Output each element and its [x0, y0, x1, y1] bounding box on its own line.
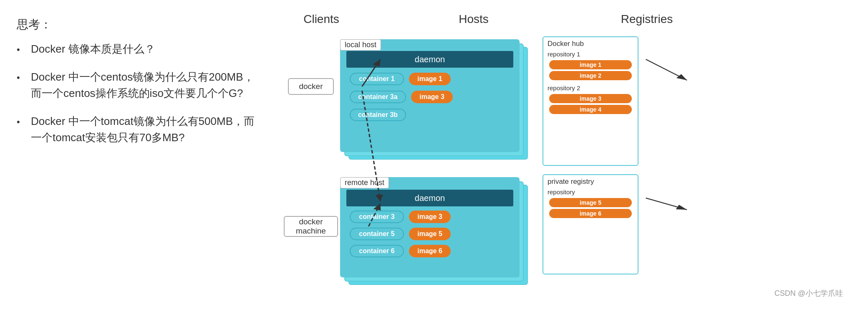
image-3-remote: image 3	[409, 211, 451, 223]
diagram-panel: Clients Hosts Registries local host remo…	[284, 13, 851, 302]
image-6: image 6	[409, 245, 451, 257]
registries-header: Registries	[588, 13, 705, 26]
docker-machine-client: dockermachine	[284, 216, 338, 237]
private-image6: image 6	[549, 209, 632, 218]
container-5: container 5	[350, 228, 404, 240]
image-3-local: image 3	[411, 91, 453, 103]
private-registry-box: private registry repository image 5 imag…	[542, 174, 638, 274]
private-registry-title: private registry	[543, 175, 638, 187]
repo2-image3: image 3	[549, 94, 632, 103]
hosts-header: Hosts	[359, 13, 588, 26]
bullet-dot: •	[17, 71, 25, 84]
docker-machine-label: dockermachine	[296, 217, 326, 236]
clients-header: Clients	[284, 13, 359, 26]
list-item: • Docker 中一个centos镜像为什么只有200MB，而一个centos…	[17, 69, 259, 102]
svg-line-5	[646, 59, 687, 80]
daemon-remote: daemon	[346, 190, 513, 206]
private-image5: image 5	[549, 198, 632, 207]
daemon-local: daemon	[346, 51, 513, 68]
container-3b: container 3b	[350, 109, 406, 121]
thinking-title: 思考：	[17, 17, 259, 33]
container-6: container 6	[350, 245, 404, 257]
watermark: CSDN @小七学爪哇	[775, 288, 843, 298]
image-1-local: image 1	[409, 73, 451, 85]
list-item: • Docker 中一个tomcat镜像为什么有500MB，而一个tomcat安…	[17, 113, 259, 146]
local-host-label: local host	[340, 39, 381, 51]
repo2-image4: image 4	[549, 105, 632, 114]
bullet-dot: •	[17, 43, 25, 56]
list-item: • Docker 镜像本质是什么？	[17, 41, 259, 57]
repo1-image1: image 1	[549, 60, 632, 69]
docker-hub-title: Docker hub	[543, 37, 638, 49]
private-repo-label: repository	[543, 187, 638, 196]
diagram-area: local host remote host daemon daemon con…	[284, 30, 851, 302]
bullet-text-2: Docker 中一个centos镜像为什么只有200MB，而一个centos操作…	[31, 69, 259, 102]
container-3-remote: container 3	[350, 211, 404, 223]
remote-host-label: remote host	[340, 177, 389, 188]
bullet-list: • Docker 镜像本质是什么？ • Docker 中一个centos镜像为什…	[17, 41, 259, 146]
container-1: container 1	[350, 73, 404, 85]
bullet-text-1: Docker 镜像本质是什么？	[31, 41, 155, 57]
column-headers: Clients Hosts Registries	[284, 13, 851, 26]
svg-line-6	[646, 198, 687, 210]
bullet-dot: •	[17, 115, 25, 129]
page-container: 思考： • Docker 镜像本质是什么？ • Docker 中一个centos…	[0, 0, 868, 315]
docker-client: docker	[288, 78, 334, 95]
docker-hub-box: Docker hub repository 1 image 1 image 2 …	[542, 36, 638, 166]
image-5: image 5	[409, 228, 451, 240]
bullet-text-3: Docker 中一个tomcat镜像为什么有500MB，而一个tomcat安装包…	[31, 113, 259, 146]
container-3a: container 3a	[350, 91, 406, 103]
repo1-image2: image 2	[549, 71, 632, 80]
repo1-label: repository 1	[543, 49, 638, 58]
repo2-label: repository 2	[543, 83, 638, 92]
left-panel: 思考： • Docker 镜像本质是什么？ • Docker 中一个centos…	[17, 13, 259, 302]
